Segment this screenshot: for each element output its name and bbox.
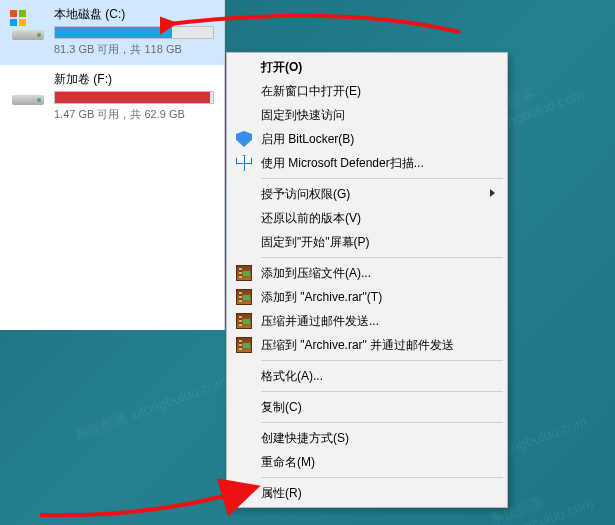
menu-pin-start[interactable]: 固定到"开始"屏幕(P) xyxy=(229,230,505,254)
menu-format[interactable]: 格式化(A)... xyxy=(229,364,505,388)
menu-open-label: 打开(O) xyxy=(261,59,302,76)
menu-open[interactable]: 打开(O) xyxy=(229,55,505,79)
shield-icon xyxy=(236,131,252,147)
menu-grant-access[interactable]: 授予访问权限(G) xyxy=(229,182,505,206)
drive-item[interactable]: 新加卷 (F:)1.47 GB 可用，共 62.9 GB xyxy=(0,65,224,130)
menu-properties[interactable]: 属性(R) xyxy=(229,481,505,505)
drive-name: 新加卷 (F:) xyxy=(54,71,214,88)
menu-separator xyxy=(261,178,503,179)
menu-enable-bitlocker[interactable]: 启用 BitLocker(B) xyxy=(229,127,505,151)
defender-icon xyxy=(236,155,252,171)
menu-open-new-window[interactable]: 在新窗口中打开(E) xyxy=(229,79,505,103)
menu-copy[interactable]: 复制(C) xyxy=(229,395,505,419)
winrar-icon xyxy=(236,289,252,305)
menu-rar-email[interactable]: 压缩并通过邮件发送... xyxy=(229,309,505,333)
menu-separator xyxy=(261,257,503,258)
drive-icon xyxy=(10,12,46,42)
context-menu: 打开(O) 在新窗口中打开(E) 固定到快速访问 启用 BitLocker(B)… xyxy=(226,52,508,508)
drive-usage-bar xyxy=(54,91,214,104)
drive-stats: 1.47 GB 可用，共 62.9 GB xyxy=(54,107,214,122)
drive-icon xyxy=(10,77,46,107)
drive-stats: 81.3 GB 可用，共 118 GB xyxy=(54,42,214,57)
drive-name: 本地磁盘 (C:) xyxy=(54,6,214,23)
menu-separator xyxy=(261,360,503,361)
menu-rename[interactable]: 重命名(M) xyxy=(229,450,505,474)
menu-separator xyxy=(261,391,503,392)
drive-item[interactable]: 本地磁盘 (C:)81.3 GB 可用，共 118 GB xyxy=(0,0,224,65)
menu-restore-versions[interactable]: 还原以前的版本(V) xyxy=(229,206,505,230)
chevron-right-icon xyxy=(490,189,495,197)
menu-rar-email-archive[interactable]: 压缩到 "Archive.rar" 并通过邮件发送 xyxy=(229,333,505,357)
menu-rar-add[interactable]: 添加到压缩文件(A)... xyxy=(229,261,505,285)
menu-pin-quick-access[interactable]: 固定到快速访问 xyxy=(229,103,505,127)
menu-defender-scan[interactable]: 使用 Microsoft Defender扫描... xyxy=(229,151,505,175)
watermark: 系统部落 xitongbuluo.com xyxy=(72,373,230,445)
winrar-icon xyxy=(236,313,252,329)
menu-create-shortcut[interactable]: 创建快捷方式(S) xyxy=(229,426,505,450)
menu-separator xyxy=(261,477,503,478)
winrar-icon xyxy=(236,337,252,353)
menu-rar-add-archive[interactable]: 添加到 "Archive.rar"(T) xyxy=(229,285,505,309)
winrar-icon xyxy=(236,265,252,281)
drive-usage-bar xyxy=(54,26,214,39)
menu-separator xyxy=(261,422,503,423)
explorer-drive-panel: 本地磁盘 (C:)81.3 GB 可用，共 118 GB新加卷 (F:)1.47… xyxy=(0,0,225,330)
